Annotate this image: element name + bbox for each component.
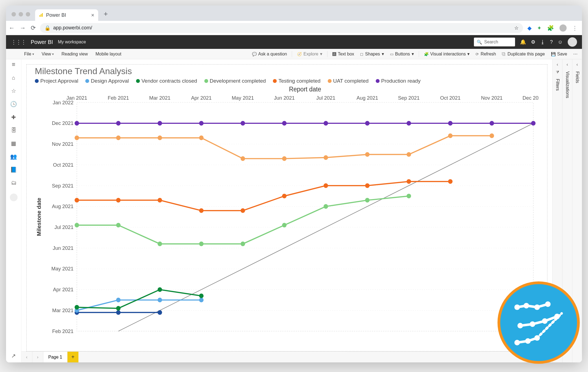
data-point[interactable] (75, 305, 79, 310)
data-point[interactable] (158, 242, 162, 246)
feedback-icon[interactable]: ☺ (558, 39, 563, 45)
text-box-button[interactable]: 🅰Text box (330, 51, 357, 58)
legend-item[interactable]: Design Approval (85, 78, 129, 84)
data-point[interactable] (365, 121, 369, 126)
data-point[interactable] (75, 136, 79, 140)
extension-icon[interactable]: ✦ (537, 25, 542, 31)
next-page-button[interactable]: › (32, 352, 43, 362)
data-point[interactable] (448, 179, 453, 184)
datasets-icon[interactable]: 🗄 (11, 127, 16, 133)
data-point[interactable] (324, 121, 328, 126)
hamburger-icon[interactable]: ≡ (12, 61, 15, 68)
data-point[interactable] (199, 242, 203, 246)
extensions-icon[interactable]: 🧩 (547, 25, 554, 31)
page-tab[interactable]: Page 1 (43, 352, 67, 362)
mobile-layout-button[interactable]: Mobile layout (93, 51, 124, 58)
view-menu[interactable]: View▾ (39, 51, 56, 58)
data-point[interactable] (116, 298, 120, 302)
workspace-breadcrumb[interactable]: My workspace (58, 40, 86, 44)
data-point[interactable] (199, 136, 203, 140)
file-menu[interactable]: File▾ (21, 51, 37, 58)
ask-question-button[interactable]: 💬Ask a question (250, 51, 289, 58)
data-point[interactable] (365, 183, 369, 188)
data-point[interactable] (199, 208, 203, 213)
data-point[interactable] (365, 152, 369, 157)
recent-icon[interactable]: 🕓 (10, 101, 17, 107)
star-icon[interactable]: ☆ (514, 25, 519, 31)
visual-interactions-button[interactable]: 🧩Visual interactions▾ (422, 50, 472, 58)
reload-icon[interactable]: ⟳ (31, 24, 36, 32)
data-point[interactable] (241, 208, 245, 213)
download-icon[interactable]: ⭳ (540, 39, 545, 45)
shapes-button[interactable]: ◻Shapes▾ (358, 50, 386, 58)
kebab-menu-icon[interactable]: ⋮ (572, 25, 578, 31)
data-point[interactable] (241, 156, 245, 161)
data-point[interactable] (158, 121, 162, 126)
url-field[interactable]: 🔒 app.powerbi.com/ ☆ (40, 23, 523, 33)
legend-item[interactable]: Vendor contracts closed (136, 78, 197, 84)
data-point[interactable] (75, 198, 79, 203)
shared-icon[interactable]: 👥 (10, 153, 17, 160)
workspace-avatar[interactable] (10, 194, 18, 201)
legend-item[interactable]: Production ready (376, 78, 421, 84)
data-point[interactable] (324, 183, 328, 188)
data-point[interactable] (282, 194, 287, 198)
data-point[interactable] (365, 198, 369, 203)
data-point[interactable] (282, 156, 287, 161)
data-point[interactable] (199, 298, 203, 302)
save-button[interactable]: 💾Save (549, 51, 569, 58)
workspaces-icon[interactable]: 🗂 (11, 180, 16, 186)
data-point[interactable] (116, 198, 120, 203)
apps-icon[interactable]: ▦ (11, 140, 16, 147)
back-icon[interactable]: ← (9, 24, 15, 32)
home-icon[interactable]: ⌂ (12, 75, 15, 81)
data-point[interactable] (116, 223, 120, 228)
report-visual[interactable]: Milestone Trend Analysis Project Approva… (26, 64, 547, 351)
legend-item[interactable]: UAT completed (328, 78, 369, 84)
data-point[interactable] (448, 133, 453, 138)
forward-icon[interactable]: → (20, 24, 26, 32)
browser-tab[interactable]: Power BI × (35, 9, 98, 21)
data-point[interactable] (158, 310, 162, 315)
data-point[interactable] (406, 152, 411, 157)
data-point[interactable] (199, 293, 203, 298)
explore-button[interactable]: 🧭Explore▾ (295, 50, 324, 58)
data-point[interactable] (531, 121, 535, 126)
search-input[interactable]: 🔍 Search (474, 38, 515, 46)
data-point[interactable] (490, 121, 494, 126)
data-point[interactable] (241, 242, 245, 246)
reading-view-button[interactable]: Reading view (59, 51, 91, 58)
data-point[interactable] (116, 306, 120, 311)
data-point[interactable] (116, 121, 120, 126)
legend-item[interactable]: Development completed (204, 78, 266, 84)
notifications-icon[interactable]: 🔔 (520, 39, 526, 45)
data-point[interactable] (158, 198, 162, 203)
favorites-icon[interactable]: ☆ (11, 88, 16, 94)
data-point[interactable] (406, 179, 411, 184)
data-point[interactable] (75, 223, 79, 228)
buttons-button[interactable]: ▭Buttons▾ (388, 50, 416, 58)
help-icon[interactable]: ? (550, 39, 553, 45)
user-avatar[interactable] (568, 37, 577, 47)
expand-icon[interactable]: ↗ (11, 353, 16, 362)
duplicate-page-button[interactable]: ⿻Duplicate this page (500, 51, 547, 58)
data-point[interactable] (199, 121, 203, 126)
data-point[interactable] (158, 287, 162, 292)
data-point[interactable] (490, 133, 494, 138)
new-tab-button[interactable]: + (101, 10, 111, 21)
data-point[interactable] (282, 223, 287, 228)
refresh-button[interactable]: ⟳Refresh (473, 51, 498, 58)
data-point[interactable] (158, 136, 162, 140)
data-point[interactable] (241, 121, 245, 126)
create-icon[interactable]: ✚ (11, 114, 16, 121)
data-point[interactable] (324, 155, 328, 160)
data-point[interactable] (324, 204, 328, 209)
data-point[interactable] (406, 121, 411, 126)
prev-page-button[interactable]: ‹ (21, 352, 32, 362)
extension-icon[interactable]: ◆ (527, 25, 532, 31)
legend-item[interactable]: Testing completed (273, 78, 320, 84)
profile-avatar[interactable] (559, 24, 567, 32)
learn-icon[interactable]: 📘 (10, 166, 17, 173)
data-point[interactable] (406, 194, 411, 198)
data-point[interactable] (158, 298, 162, 302)
